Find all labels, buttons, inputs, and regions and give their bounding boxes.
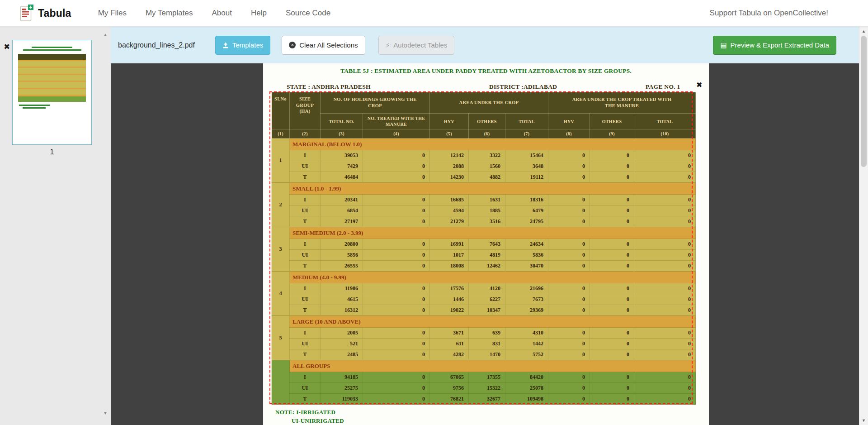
upload-icon	[222, 42, 229, 48]
preview-export-button[interactable]: ▤ Preview & Export Extracted Data	[713, 36, 836, 55]
autodetect-button-label: Autodetect Tables	[393, 41, 447, 49]
thumbnail-subtitle-line	[23, 49, 81, 51]
templates-button-label: Templates	[232, 41, 263, 49]
document-title: TABLE 5J : ESTIMATED AREA UNDER PADDY TR…	[263, 67, 709, 75]
export-button-label: Preview & Export Extracted Data	[731, 41, 829, 49]
scroll-up-icon[interactable]: ▲	[859, 29, 868, 33]
district-label: DISTRICT :ADILABAD	[489, 83, 557, 91]
table-selection-box[interactable]	[269, 91, 693, 404]
thumbnail-table-rows	[18, 60, 86, 95]
clear-all-selections-button[interactable]: ✕ Clear All Selections	[282, 36, 365, 55]
autodetect-tables-button[interactable]: ⚡ Autodetect Tables	[378, 36, 455, 55]
state-label: STATE : ANDHRA PRADESH	[287, 83, 371, 91]
clear-button-label: Clear All Selections	[299, 41, 358, 49]
scrollbar-thumb[interactable]	[861, 36, 867, 167]
templates-button[interactable]: Templates	[215, 36, 270, 55]
toolbar: background_lines_2.pdf Templates ✕ Clear…	[111, 27, 859, 63]
document-note-2: UI-UNIRRIGATED	[292, 417, 344, 425]
nav-my-files[interactable]: My Files	[89, 9, 136, 18]
document-viewport: TABLE 5J : ESTIMATED AREA UNDER PADDY TR…	[111, 63, 859, 425]
nav-source-code[interactable]: Source Code	[276, 9, 340, 18]
brand-title[interactable]: Tabula	[38, 7, 71, 19]
clear-circle-x-icon: ✕	[289, 42, 296, 48]
thumbnail-table-footer-rows	[18, 95, 86, 102]
filename-label: background_lines_2.pdf	[118, 41, 195, 49]
sidebar: ✖ 1 ▲ ▼	[0, 27, 111, 425]
table-grid-icon: ▤	[720, 42, 726, 48]
support-link[interactable]: Support Tabula on OpenCollective!	[710, 9, 828, 18]
sidebar-scroll-down-icon[interactable]: ▼	[101, 411, 109, 415]
scroll-down-icon[interactable]: ▼	[859, 418, 868, 423]
navbar: Tabula My Files My Templates About Help …	[0, 0, 868, 27]
lightning-icon: ⚡	[386, 42, 390, 49]
thumbnail-title-line	[32, 47, 72, 48]
page-thumbnail[interactable]	[12, 40, 92, 145]
selection-close-icon[interactable]: ✖	[696, 81, 702, 89]
nav-about[interactable]: About	[202, 9, 241, 18]
document-note-1: NOTE: I-IRRIGATED	[275, 409, 335, 416]
page-number-label: 1	[12, 148, 92, 156]
thumbnail-note-line	[19, 105, 50, 106]
thumbnail-note-line-2	[23, 107, 46, 109]
remove-page-icon[interactable]: ✖	[4, 43, 10, 51]
page-no-label: PAGE NO. 1	[646, 83, 680, 91]
nav-my-templates[interactable]: My Templates	[136, 9, 203, 18]
thumbnail-table-header	[18, 54, 86, 60]
pdf-page[interactable]: TABLE 5J : ESTIMATED AREA UNDER PADDY TR…	[263, 63, 709, 425]
nav-help[interactable]: Help	[241, 9, 276, 18]
sidebar-scroll-up-icon[interactable]: ▲	[101, 32, 109, 37]
brand[interactable]: Tabula	[20, 5, 71, 22]
main-nav: My Files My Templates About Help Source …	[89, 9, 340, 18]
tabula-logo	[20, 5, 33, 22]
main-scrollbar[interactable]: ▲ ▼	[859, 27, 868, 425]
